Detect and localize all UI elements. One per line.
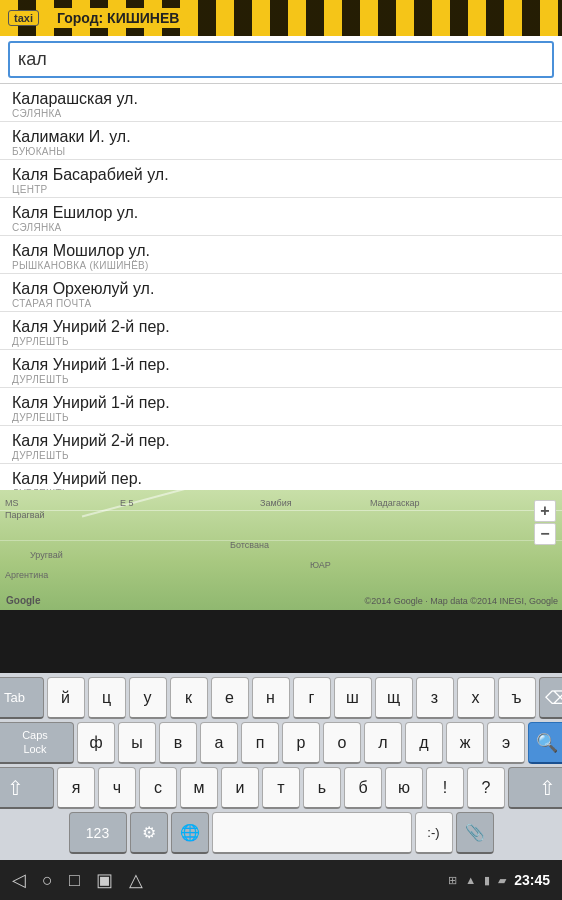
street-name: Каля Унирий 2-й пер. — [12, 432, 550, 450]
key-я[interactable]: я — [57, 767, 95, 809]
keyboard-row-4: 123 ⚙ 🌐 :-) 📎 — [2, 812, 560, 854]
key-ы[interactable]: ы — [118, 722, 156, 764]
street-name: Каля Басарабией ул. — [12, 166, 550, 184]
keyboard-row-3: ⇧ я ч с м и т ь б ю ! ? ⇧ — [2, 767, 560, 809]
keyboard: Tab й ц у к е н г ш щ з х ъ ⌫ CapsLock ф… — [0, 673, 562, 860]
key-у[interactable]: у — [129, 677, 167, 719]
street-list-item[interactable]: Каля Унирий 1-й пер. ДУРЛЕШТЬ — [0, 388, 562, 426]
map-label-1: MS — [5, 498, 19, 508]
key-л[interactable]: л — [364, 722, 402, 764]
key-question[interactable]: ? — [467, 767, 505, 809]
language-key[interactable]: 🌐 — [171, 812, 209, 854]
key-б[interactable]: б — [344, 767, 382, 809]
zoom-in-button[interactable]: + — [534, 500, 556, 522]
street-name: Каля Унирий 1-й пер. — [12, 394, 550, 412]
street-district: РЫШКАНОВКА (Кишинёв) — [12, 260, 550, 271]
map-logo: Google — [6, 595, 40, 606]
shift-right-key[interactable]: ⇧ — [508, 767, 562, 809]
street-district: БУЮКАНЫ — [12, 146, 550, 157]
street-list-item[interactable]: Каля Ешилор ул. СЭЛЯНКА — [0, 198, 562, 236]
keyboard-row-2: CapsLock ф ы в а п р о л д ж э 🔍 — [2, 722, 560, 764]
map-label-5: Мадагаскар — [370, 498, 420, 508]
attach-key[interactable]: 📎 — [456, 812, 494, 854]
key-н[interactable]: н — [252, 677, 290, 719]
taxi-badge: taxi — [8, 10, 39, 26]
street-list-item[interactable]: Каля Орхеюлуй ул. СТАРАЯ ПОЧТА — [0, 274, 562, 312]
caps-lock-key[interactable]: CapsLock — [0, 722, 74, 764]
street-list-item[interactable]: Калимаки И. ул. БУЮКАНЫ — [0, 122, 562, 160]
street-district: ДУРЛЕШТЬ — [12, 412, 550, 423]
smiley-key[interactable]: :-) — [415, 812, 453, 854]
street-name: Каля Унирий 1-й пер. — [12, 356, 550, 374]
map-label-4: Замбия — [260, 498, 292, 508]
key-ц[interactable]: ц — [88, 677, 126, 719]
numbers-key[interactable]: 123 — [69, 812, 127, 854]
street-list-item[interactable]: Каля Унирий 2-й пер. ДУРЛЕШТЬ — [0, 426, 562, 464]
street-district: ЦЕНТР — [12, 184, 550, 195]
back-icon[interactable]: ◁ — [12, 869, 26, 891]
home-icon[interactable]: ○ — [42, 870, 53, 891]
tab-key[interactable]: Tab — [0, 677, 44, 719]
key-а[interactable]: а — [200, 722, 238, 764]
street-name: Калимаки И. ул. — [12, 128, 550, 146]
street-district: ДУРЛЕШТЬ — [12, 450, 550, 461]
map-label-7: ЮАР — [310, 560, 331, 570]
key-ф[interactable]: ф — [77, 722, 115, 764]
key-д[interactable]: д — [405, 722, 443, 764]
status-time: 23:45 — [514, 872, 550, 888]
search-bar — [0, 36, 562, 84]
key-т[interactable]: т — [262, 767, 300, 809]
street-list-item[interactable]: Каля Унирий 1-й пер. ДУРЛЕШТЬ — [0, 350, 562, 388]
top-bar: taxi Город: КИШИНЕВ — [0, 0, 562, 36]
key-с[interactable]: с — [139, 767, 177, 809]
key-г[interactable]: г — [293, 677, 331, 719]
map-label-2: Парагвай — [5, 510, 44, 520]
key-о[interactable]: о — [323, 722, 361, 764]
wifi-icon: ▲ — [465, 874, 476, 886]
search-input[interactable] — [8, 41, 554, 78]
map-label-6: Ботсвана — [230, 540, 269, 550]
key-э[interactable]: э — [487, 722, 525, 764]
status-right: ⊞ ▲ ▮ ▰ 23:45 — [448, 872, 550, 888]
key-е[interactable]: е — [211, 677, 249, 719]
key-в[interactable]: в — [159, 722, 197, 764]
street-list-item[interactable]: Каля Мошилор ул. РЫШКАНОВКА (Кишинёв) — [0, 236, 562, 274]
street-list-item[interactable]: Каларашская ул. СЭЛЯНКА — [0, 84, 562, 122]
map-label-9: Аргентина — [5, 570, 48, 580]
shift-left-key[interactable]: ⇧ — [0, 767, 54, 809]
key-щ[interactable]: щ — [375, 677, 413, 719]
up-icon[interactable]: △ — [129, 869, 143, 891]
street-name: Каля Орхеюлуй ул. — [12, 280, 550, 298]
zoom-out-button[interactable]: − — [534, 523, 556, 545]
key-п[interactable]: п — [241, 722, 279, 764]
map-area: MS Парагвай E 5 Замбия Мадагаскар Ботсва… — [0, 490, 562, 610]
zoom-controls: + − — [534, 500, 556, 545]
backspace-key[interactable]: ⌫ — [539, 677, 563, 719]
key-ш[interactable]: ш — [334, 677, 372, 719]
key-ю[interactable]: ю — [385, 767, 423, 809]
search-key[interactable]: 🔍 — [528, 722, 562, 764]
key-ъ[interactable]: ъ — [498, 677, 536, 719]
status-bar: ◁ ○ □ ▣ △ ⊞ ▲ ▮ ▰ 23:45 — [0, 860, 562, 900]
settings-key[interactable]: ⚙ — [130, 812, 168, 854]
street-name: Каля Ешилор ул. — [12, 204, 550, 222]
key-р[interactable]: р — [282, 722, 320, 764]
key-х[interactable]: х — [457, 677, 495, 719]
street-name: Каларашская ул. — [12, 90, 550, 108]
key-exclaim[interactable]: ! — [426, 767, 464, 809]
key-ч[interactable]: ч — [98, 767, 136, 809]
key-з[interactable]: з — [416, 677, 454, 719]
screenshot-icon[interactable]: ▣ — [96, 869, 113, 891]
space-key[interactable] — [212, 812, 412, 854]
recents-icon[interactable]: □ — [69, 870, 80, 891]
key-ь[interactable]: ь — [303, 767, 341, 809]
key-и[interactable]: и — [221, 767, 259, 809]
key-м[interactable]: м — [180, 767, 218, 809]
street-list-item[interactable]: Каля Басарабией ул. ЦЕНТР — [0, 160, 562, 198]
street-district: ДУРЛЕШТЬ — [12, 336, 550, 347]
key-к[interactable]: к — [170, 677, 208, 719]
street-district: ДУРЛЕШТЬ — [12, 374, 550, 385]
street-list-item[interactable]: Каля Унирий 2-й пер. ДУРЛЕШТЬ — [0, 312, 562, 350]
key-й[interactable]: й — [47, 677, 85, 719]
key-ж[interactable]: ж — [446, 722, 484, 764]
